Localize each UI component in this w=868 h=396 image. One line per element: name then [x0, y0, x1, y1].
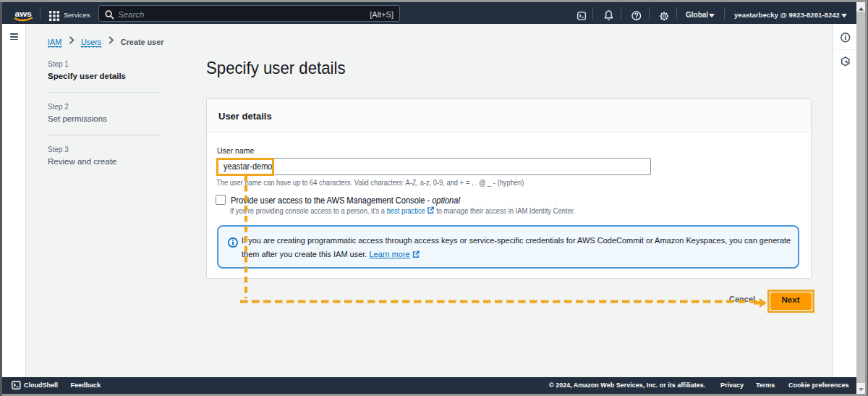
svg-text:aws: aws: [15, 8, 33, 17]
